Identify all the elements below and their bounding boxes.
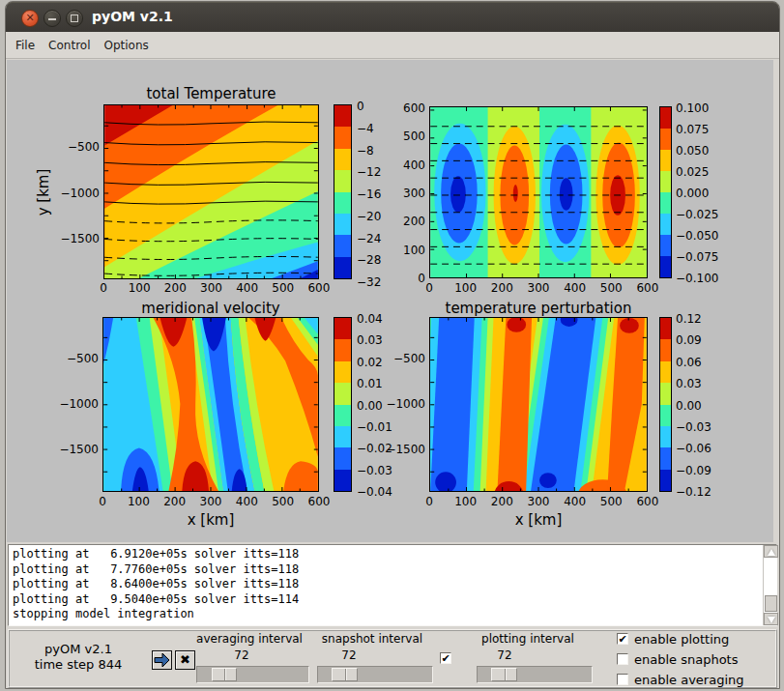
maximize-icon [71,14,78,22]
plot1-ylabel: y [km] [35,134,52,250]
plot3-xlabel: x [km] [102,511,319,529]
scrollbar-thumb[interactable] [765,595,777,612]
stop-button[interactable]: ✖ [175,650,195,670]
plot4-colorbar-labels: 0.120.090.060.030.00−0.03−0.06−0.09−0.12 [676,312,726,500]
snapshot-interval-value: 72 [330,648,368,662]
plotting-interval-value: 72 [485,648,524,662]
enable-averaging-label: enable averaging [634,673,744,687]
menu-item[interactable]: Control [48,39,90,52]
menu-item[interactable]: Options [103,39,148,52]
plot2-ytick-labels: 6005004003002001000 [396,101,425,286]
plotting-interval-slider[interactable] [477,666,593,683]
enable-averaging-checkbox[interactable] [617,674,628,685]
time-step-label: time step 844 [20,657,136,672]
plot1-ytick-labels: −500−1000−1500 [56,140,100,246]
averaging-interval-value: 72 [222,648,261,662]
plot3-meridional-velocity [102,317,319,492]
plotting-slider-thumb[interactable] [491,668,517,681]
window-title: pyOM v2.1 [92,9,173,24]
averaging-slider-thumb[interactable] [212,668,237,681]
plot4-temperature-perturbation [429,317,648,492]
plot3-ytick-labels: −500−1000−1500 [55,352,99,457]
scroll-down-icon [768,617,775,623]
plot1-total-temperature [103,104,319,279]
log-scrollbar[interactable] [763,545,777,625]
snapshot-interval-label: snapshot interval [314,632,430,646]
enable-plotting-label: enable plotting [634,632,729,647]
plot3-xtick-labels: 0100200300400500600 [85,495,336,508]
plot2-colorbar-labels: 0.1000.0750.0500.0250.000−0.025−0.050−0.… [676,101,726,286]
plot4-xlabel: x [km] [429,511,648,529]
close-button[interactable]: ✕ [21,10,39,27]
run-arrow-icon [153,651,171,669]
scroll-up-button[interactable] [764,545,778,558]
titlebar[interactable]: ✕ pyOM v2.1 [6,2,779,32]
snapshot-slider-thumb[interactable] [332,668,358,681]
averaging-interval-slider[interactable] [196,666,309,683]
minimize-icon [48,18,56,20]
plot2-xtick-labels: 0100200300400500600 [412,281,665,295]
plot4-title: temperature perturbation [429,300,648,317]
plot3-title: meridional velocity [102,300,319,317]
snapshot-interval-slider[interactable] [317,666,433,683]
averaging-interval-label: averaging interval [191,632,307,646]
maximize-button[interactable] [66,10,83,27]
enable-snapshots-checkbox[interactable] [617,653,628,665]
snapshot-checkbox[interactable]: ✔ [440,652,451,664]
plot2-colorbar [659,106,672,278]
log-lines: plotting at 6.9120e+05s solver itts=118p… [13,547,299,622]
plot2-streamfunction [429,106,648,278]
run-button[interactable] [152,650,172,670]
stop-x-icon: ✖ [180,652,190,667]
plot1-xtick-labels: 0100200300400500600 [86,281,336,295]
enable-plotting-checkbox[interactable]: ✔ [617,633,628,645]
screen: ✕ pyOM v2.1 FileControlOptions total Tem… [0,0,784,691]
plot4-ytick-labels: −500−1000−1500 [382,352,425,457]
app-name-label: pyOM v2.1 [30,642,127,656]
plot1-title: total Temperature [103,85,319,102]
enable-snapshots-label: enable snaphots [634,652,739,667]
plot4-colorbar [659,317,672,492]
scroll-down-button[interactable] [764,613,778,625]
menubar: FileControlOptions [6,32,779,59]
scroll-up-icon [768,549,775,556]
plot3-colorbar [334,317,352,492]
plotting-interval-label: plotting interval [470,632,586,646]
plot1-colorbar [334,104,352,279]
minimize-button[interactable] [44,10,61,27]
plot4-xtick-labels: 0100200300400500600 [412,495,665,508]
menu-item[interactable]: File [15,39,35,52]
plot1-colorbar-labels: 0−4−8−12−16−20−24−28−32 [357,100,395,290]
log-panel[interactable]: plotting at 6.9120e+05s solver itts=118p… [8,544,777,626]
